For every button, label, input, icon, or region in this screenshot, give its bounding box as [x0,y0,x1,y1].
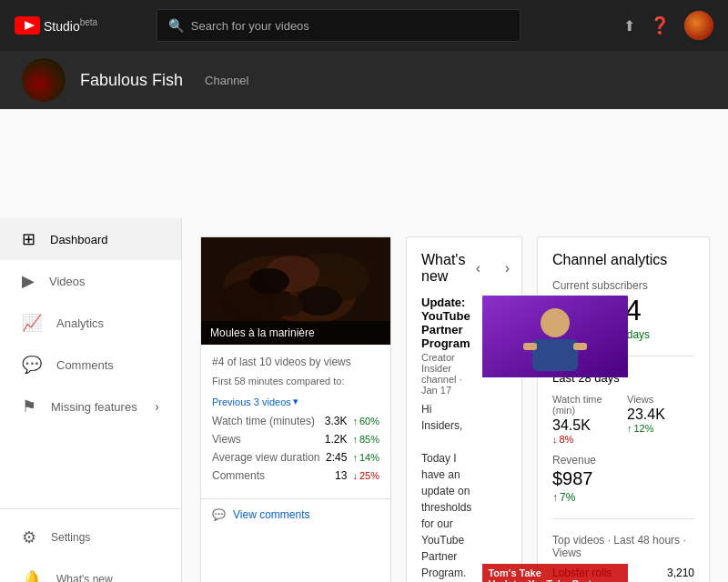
main-content: Moules à la marinière #4 of last 10 vide… [182,218,728,582]
stat-change: 60% [352,416,379,426]
sidebar-item-label: What's new [56,573,113,582]
card-header: What's new ‹ › [421,252,507,285]
stat-change: 85% [352,434,379,445]
whats-new-title: What's new [421,252,465,285]
settings-icon: ⚙ [22,527,36,547]
stat-change: 14% [352,452,379,463]
search-input[interactable] [191,19,509,33]
video-thumbnail: Moules à la marinière [201,237,390,345]
news-thumbnail: Tom's TakeUpdate: YouTube Partner Progra… [482,296,628,582]
header-actions: ⬆ ❓ [623,11,713,40]
views-change: ↑ 12% [627,423,694,434]
channel-bar: Fabulous Fish Channel [0,51,728,109]
sidebar-bottom: ⚙ Settings 🔔 What's new ✉ Send feedback … [0,508,181,582]
channel-avatar [22,58,66,102]
svg-point-8 [249,268,289,294]
views-metric: Views 23.4K ↑ 12% [627,394,694,445]
next-arrow[interactable]: › [494,256,520,281]
stat-value: 2:45 [326,451,347,464]
sidebar-item-settings[interactable]: ⚙ Settings [0,517,181,558]
sidebar: ⊞ Dashboard ▶ Videos 📈 Analytics 💬 Comme… [0,218,182,582]
views-val: 23.4K [627,406,694,423]
news-title: Update: YouTube Partner Program [421,296,471,350]
sidebar-item-label: Settings [51,531,90,544]
svg-rect-15 [523,343,537,350]
avatar[interactable] [684,11,713,40]
news-thumb-image [482,296,628,377]
video-card: Moules à la marinière #4 of last 10 vide… [200,236,391,582]
whats-new-card: What's new ‹ › Update: YouTube Partner P… [406,236,522,582]
sidebar-item-videos[interactable]: ▶ Videos [0,260,181,302]
whats-new-icon: 🔔 [22,569,42,582]
stat-label: Average view duration [212,451,320,464]
svg-point-9 [297,286,342,316]
channel-label: Channel [205,74,248,87]
sidebar-main: ⊞ Dashboard ▶ Videos 📈 Analytics 💬 Comme… [0,218,181,508]
svg-point-13 [541,308,570,337]
studio-label: Studiobeta [44,17,97,34]
compare-select[interactable]: Previous 3 videos ▾ [212,396,379,407]
news-text: Update: YouTube Partner Program Creator … [421,296,471,582]
dashboard-icon: ⊞ [22,229,35,249]
news-body: Hi Insiders,Today I have an update on th… [421,401,471,581]
sidebar-item-label: Comments [56,358,114,372]
channel-name: Fabulous Fish [80,71,183,90]
stat-change: 25% [352,470,379,481]
svg-rect-16 [573,343,587,350]
sidebar-item-label: Missing features [51,400,137,414]
compare-row: First 58 minutes compared to: [212,376,379,386]
analytics-title: Channel analytics [552,252,694,268]
top-video-views: 3,210 [667,567,694,579]
youtube-icon [15,16,40,35]
stat-label: Views [212,433,241,446]
video-rank: #4 of last 10 videos by views [212,356,379,368]
header: Studiobeta 🔍 ⬆ ❓ [0,0,728,51]
stat-label: Watch time (minutes) [212,415,315,427]
sidebar-item-label: Dashboard [50,233,108,246]
news-thumb-overlay: Tom's TakeUpdate: YouTube Partner Progra… [482,564,628,582]
dropdown-icon: ▾ [293,396,298,407]
comment-icon: 💬 [212,508,226,521]
stat-row-comments: Comments 13 25% [212,469,379,482]
expand-icon: › [155,399,159,414]
news-source: Creator Insider channel · Jan 17 [421,352,471,396]
stat-row-watchtime: Watch time (minutes) 3.3K 60% [212,415,379,427]
view-comments-button[interactable]: 💬 View comments [201,498,390,530]
stat-label: Comments [212,469,265,482]
sidebar-item-analytics[interactable]: 📈 Analytics [0,302,181,344]
sidebar-item-dashboard[interactable]: ⊞ Dashboard [0,218,181,260]
video-caption: Moules à la marinière [201,321,390,345]
layout: ⊞ Dashboard ▶ Videos 📈 Analytics 💬 Comme… [0,218,728,582]
prev-arrow[interactable]: ‹ [465,256,490,281]
videos-icon: ▶ [22,271,35,291]
views-label: Views [627,394,694,405]
sidebar-item-missing[interactable]: ⚑ Missing features › [0,386,181,427]
stat-value: 1.2K [325,433,348,446]
svg-rect-14 [532,339,578,371]
svg-point-10 [271,295,304,316]
missing-icon: ⚑ [22,396,36,416]
sidebar-item-label: Videos [49,275,86,288]
compare-prefix: First 58 minutes compared to: [212,376,345,386]
analytics-icon: 📈 [22,313,42,333]
stat-row-duration: Average view duration 2:45 14% [212,451,379,464]
logo[interactable]: Studiobeta [15,16,97,35]
search-icon: 🔍 [168,18,184,33]
sidebar-item-whats-new[interactable]: 🔔 What's new [0,558,181,582]
comments-icon: 💬 [22,355,42,375]
sidebar-item-label: Analytics [56,316,104,330]
middle-column: What's new ‹ › Update: YouTube Partner P… [406,236,522,582]
help-icon[interactable]: ❓ [650,15,670,35]
news-item: Update: YouTube Partner Program Creator … [421,296,507,582]
search-bar[interactable]: 🔍 [157,9,521,42]
stat-value: 3.3K [325,415,348,427]
subs-label: Current subscribers [552,279,694,292]
sidebar-item-comments[interactable]: 💬 Comments [0,344,181,386]
upload-icon[interactable]: ⬆ [623,17,635,35]
stat-value: 13 [335,469,347,482]
nav-arrows: ‹ › [465,256,520,281]
video-stats: #4 of last 10 videos by views First 58 m… [201,345,390,498]
stat-row-views: Views 1.2K 85% [212,433,379,446]
